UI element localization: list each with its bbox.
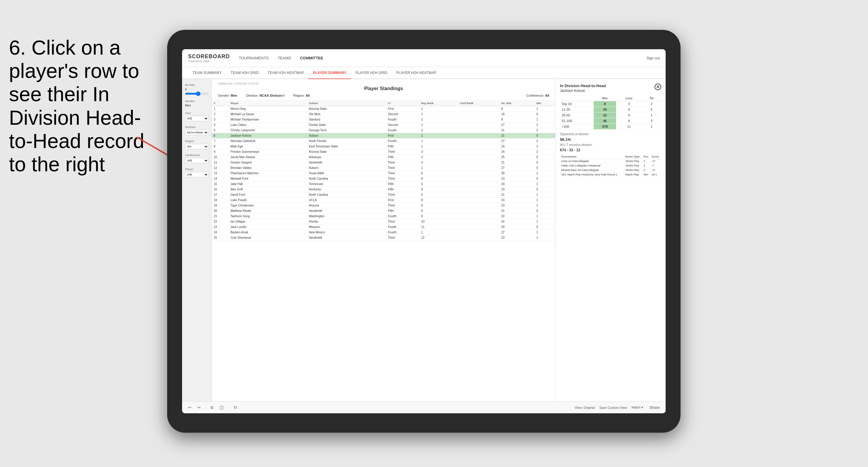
tab-team-h2h-heatmap[interactable]: TEAM H2H HEATMAP bbox=[263, 67, 308, 79]
cell-yr: Third bbox=[386, 176, 420, 181]
cell-win: 2 bbox=[535, 230, 555, 235]
cell-conf-rank bbox=[458, 235, 499, 241]
table-row[interactable]: 21 Taehoon Song Washington Fourth 6 22 1 bbox=[212, 214, 555, 219]
tab-team-h2h-grid[interactable]: TEAM H2H GRID bbox=[226, 67, 263, 79]
table-row[interactable]: 24 Bastien Amat New Mexico Fourth 1 27 2 bbox=[212, 230, 555, 235]
table-row[interactable]: 17 David Ford North Carolina Third 6 21 … bbox=[212, 192, 555, 197]
table-row[interactable]: 19 Tiger Christensen Arizona Third 8 23 … bbox=[212, 203, 555, 208]
table-row[interactable]: 23 Jack Lundin Missouri Fourth 11 24 0 bbox=[212, 224, 555, 230]
cell-conf-rank bbox=[458, 197, 499, 203]
cell-no-rds: 25 bbox=[499, 155, 535, 160]
table-row[interactable]: 16 Alex Goff Kentucky Fifth 8 19 0 bbox=[212, 187, 555, 192]
sidebar-conference: Conference (All) bbox=[185, 154, 209, 163]
col-school: School bbox=[307, 100, 386, 106]
table-row[interactable]: 12 Brendan Valdes Auburn Third 1 27 0 bbox=[212, 165, 555, 171]
cell-reg-rank: 6 bbox=[420, 214, 458, 219]
h2h-cell-tie: 3 bbox=[642, 118, 661, 124]
table-row[interactable]: 9 Preston Summerhays Arizona State Third… bbox=[212, 149, 555, 155]
table-row[interactable]: 2 Michael La Sasse Ole Miss Second 1 18 … bbox=[212, 112, 555, 117]
nav-item-committee[interactable]: COMMITTEE bbox=[300, 54, 323, 62]
cell-player: Tiger Christensen bbox=[229, 203, 307, 208]
table-row[interactable]: 6 Jackson Koivun Auburn First 1 21 0 bbox=[212, 133, 555, 138]
watch-btn[interactable]: Watch ▾ bbox=[631, 406, 643, 409]
cell-school: Ole Miss bbox=[307, 112, 386, 117]
table-row[interactable]: 3 Michael Thorbjornsen Stanford Fourth 2… bbox=[212, 117, 555, 122]
standings-table-scroll[interactable]: # Player School Yr Reg Rank Conf Rank No… bbox=[212, 100, 555, 401]
cell-player: Christo Lamprecht bbox=[229, 128, 307, 133]
table-row[interactable]: 8 Mats Ege East Tennessee State Fifth 1 … bbox=[212, 144, 555, 149]
refresh-btn[interactable]: ↻ bbox=[232, 405, 239, 410]
cell-num: 17 bbox=[212, 192, 229, 197]
table-row[interactable]: 22 Ian Gilligan Florida Third 10 24 1 bbox=[212, 219, 555, 224]
sidebar-player-select[interactable]: (All) bbox=[185, 172, 209, 177]
sub-nav: TEAM SUMMARY TEAM H2H GRID TEAM H2H HEAT… bbox=[182, 67, 665, 79]
cell-yr: First bbox=[386, 197, 420, 203]
table-row[interactable]: 1 Wenyi Ding Arizona State First 1 8 1 bbox=[212, 106, 555, 112]
undo-btn[interactable]: ↩ bbox=[187, 405, 193, 410]
cell-yr: First bbox=[386, 106, 420, 112]
tab-team-summary[interactable]: TEAM SUMMARY bbox=[188, 67, 226, 79]
sidebar-player: Player (All) bbox=[185, 168, 209, 177]
cell-win: 2 bbox=[535, 122, 555, 128]
cell-conf-rank bbox=[458, 230, 499, 235]
cell-no-rds: 24 bbox=[499, 181, 535, 187]
opp-section: Opponents in division: 98.1% W-L-T recor… bbox=[560, 132, 661, 152]
nav-item-teams[interactable]: TEAMS bbox=[278, 54, 291, 62]
tourn-cell-pos: Win bbox=[642, 173, 650, 177]
nav-right: Sign out bbox=[647, 56, 660, 60]
cell-win: 1 bbox=[535, 106, 555, 112]
table-row[interactable]: 10 Jacob Mac-Diease Arkansas Fifth 4 25 … bbox=[212, 155, 555, 160]
sidebar-conference-select[interactable]: (All) bbox=[185, 158, 209, 163]
table-row[interactable]: 14 Maxwell Ford North Carolina Third 8 2… bbox=[212, 176, 555, 181]
cell-num: 12 bbox=[212, 165, 229, 171]
cell-school: Florida bbox=[307, 219, 386, 224]
cell-player: Jackson Koivun bbox=[229, 133, 307, 138]
cell-school: New Mexico bbox=[307, 230, 386, 235]
cell-reg-rank: 8 bbox=[420, 187, 458, 192]
cell-conf-rank bbox=[458, 160, 499, 165]
redo-btn[interactable]: ↪ bbox=[196, 405, 202, 410]
toolbar-right: View: Original Save Custom View Watch ▾ … bbox=[575, 405, 661, 410]
sign-out-link[interactable]: Sign out bbox=[647, 56, 660, 60]
cell-win: 2 bbox=[535, 149, 555, 155]
sidebar-division-label: Division bbox=[185, 126, 209, 129]
table-row[interactable]: 20 Matthew Riedel Vanderbilt Fifth 9 21 … bbox=[212, 208, 555, 214]
cell-no-rds: 27 bbox=[499, 138, 535, 144]
h2h-cell-win: 22 bbox=[594, 113, 616, 118]
tab-player-h2h-grid[interactable]: PLAYER H2H GRID bbox=[351, 67, 392, 79]
table-row[interactable]: 11 Gordon Sargent Vanderbilt Third 4 21 … bbox=[212, 160, 555, 165]
copy-btn[interactable]: ⧉ bbox=[209, 405, 215, 411]
save-custom-label[interactable]: Save Custom View bbox=[599, 406, 627, 409]
paste-btn[interactable]: 📋 bbox=[218, 405, 225, 410]
sidebar-division-select[interactable]: NCAA Division I bbox=[185, 130, 209, 135]
table-row[interactable]: 18 Luke Powell UCLA First 8 24 1 bbox=[212, 197, 555, 203]
opp-record-row: 674 - 33 - 12 bbox=[560, 148, 661, 152]
no-rds-slider[interactable] bbox=[185, 93, 209, 95]
cell-conf-rank bbox=[458, 165, 499, 171]
cell-yr: Fifth bbox=[386, 208, 420, 214]
h2h-player-name: Jackson Koivun bbox=[560, 89, 606, 93]
table-row[interactable]: 25 Cole Sherwood Vanderbilt Third 12 23 … bbox=[212, 235, 555, 241]
cell-reg-rank: 1 bbox=[420, 138, 458, 144]
tourn-cell-type: Stroke Play bbox=[624, 159, 642, 163]
table-row[interactable]: 5 Christo Lamprecht Georgia Tech Fourth … bbox=[212, 128, 555, 133]
nav-item-tournaments[interactable]: TOURNAMENTS bbox=[239, 54, 269, 62]
tab-player-summary[interactable]: PLAYER SUMMARY bbox=[308, 67, 351, 79]
table-row[interactable]: 4 Luke Claton Florida State Second 1 27 … bbox=[212, 122, 555, 128]
share-btn[interactable]: Share bbox=[648, 405, 661, 410]
table-row[interactable]: 13 Phachacorn Malchon Texas A&M Third 6 … bbox=[212, 171, 555, 176]
cell-reg-rank: 4 bbox=[420, 160, 458, 165]
table-row[interactable]: 15 Jake Hall Tennessee Fifth 6 24 1 bbox=[212, 181, 555, 187]
view-original-label[interactable]: View: Original bbox=[575, 406, 595, 409]
table-row[interactable]: 7 Nicholas Gabrelcik North Florida Fourt… bbox=[212, 138, 555, 144]
cell-yr: Fifth bbox=[386, 144, 420, 149]
cell-school: Kentucky bbox=[307, 187, 386, 192]
sidebar-region-select[interactable]: N/A bbox=[185, 144, 209, 149]
tourn-cell-score: -17 bbox=[650, 159, 661, 163]
filter-division: Division: NCAA Division I bbox=[246, 94, 284, 97]
tab-player-h2h-heatmap[interactable]: PLAYER H2H HEATMAP bbox=[392, 67, 441, 79]
close-button[interactable]: ✕ bbox=[655, 84, 661, 90]
sidebar-year-select[interactable]: (All) bbox=[185, 116, 209, 121]
cell-yr: Fourth bbox=[386, 214, 420, 219]
cell-win: 2 bbox=[535, 203, 555, 208]
